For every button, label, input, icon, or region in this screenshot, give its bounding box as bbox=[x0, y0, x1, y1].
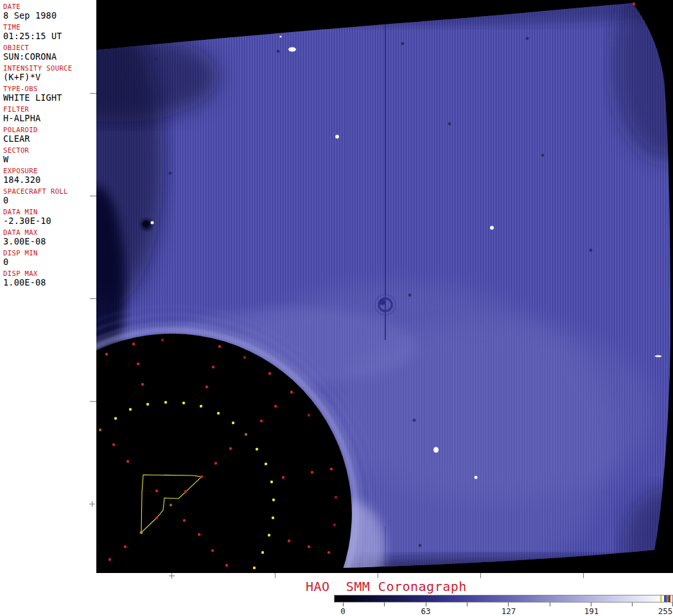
red-fiducial-dot bbox=[328, 551, 330, 554]
metadata-value: H-ALPHA bbox=[3, 114, 96, 123]
red-fiducial-dot bbox=[214, 462, 217, 465]
dark-speck bbox=[590, 249, 593, 252]
metadata-value: 0 bbox=[3, 257, 96, 267]
white-dot bbox=[335, 135, 339, 139]
red-fiducial-dot bbox=[330, 468, 333, 470]
metadata-item: DISP MIN0 bbox=[3, 249, 96, 267]
yellow-fiducial-dot bbox=[256, 448, 258, 450]
red-fiducial-dot bbox=[109, 558, 111, 561]
red-fiducial-dot bbox=[211, 549, 214, 552]
dark-speck bbox=[413, 419, 416, 422]
metadata-value: (K+F)*V bbox=[3, 73, 96, 82]
colorbar-label: 255 bbox=[658, 606, 673, 616]
metadata-value: 8 Sep 1980 bbox=[3, 11, 96, 21]
yellow-fiducial-dot bbox=[272, 517, 274, 519]
left-axis-tick bbox=[90, 401, 96, 402]
left-axis-plus bbox=[92, 501, 92, 507]
metadata-item: DISP MAX1.00E-08 bbox=[3, 270, 96, 287]
bottom-axis-tick bbox=[583, 573, 584, 578]
metadata-label: DISP MIN bbox=[3, 249, 96, 257]
white-dot bbox=[280, 36, 282, 38]
metadata-list: DATE8 Sep 1980TIME01:25:15 UTOBJECTSUN:C… bbox=[0, 0, 96, 287]
yellow-fiducial-dot bbox=[129, 408, 132, 411]
coronagraph-image bbox=[96, 0, 673, 573]
app-root: DATE8 Sep 1980TIME01:25:15 UTOBJECTSUN:C… bbox=[0, 0, 673, 616]
yellow-fiducial-dot bbox=[232, 422, 234, 424]
yellow-fiducial-dot bbox=[146, 403, 149, 406]
metadata-label: SECTOR bbox=[3, 146, 96, 155]
yellow-fiducial-dot bbox=[268, 534, 270, 536]
colorbar: 063127191255 bbox=[334, 595, 673, 616]
white-dot bbox=[433, 447, 439, 453]
red-fiducial-dot bbox=[212, 366, 214, 368]
yellow-fiducial-dot bbox=[114, 417, 117, 420]
red-fiducial-dot bbox=[184, 490, 187, 493]
red-fiducial-dot bbox=[155, 490, 158, 492]
metadata-value: 1.00E-08 bbox=[3, 278, 96, 287]
metadata-item: DATE8 Sep 1980 bbox=[3, 3, 96, 21]
yellow-fiducial-dot bbox=[182, 402, 185, 404]
metadata-item: SPACECRAFT ROLL0 bbox=[3, 187, 96, 205]
metadata-label: SPACECRAFT ROLL bbox=[3, 187, 96, 196]
red-fiducial-dot bbox=[127, 460, 129, 463]
metadata-value: 184.320 bbox=[3, 175, 96, 185]
colorbar-label: 63 bbox=[421, 606, 430, 616]
dark-speck bbox=[419, 544, 422, 547]
metadata-item: INTENSITY SOURCE(K+F)*V bbox=[3, 64, 96, 82]
yellow-fiducial-dot bbox=[270, 481, 273, 483]
dark-speck bbox=[526, 37, 529, 40]
metadata-item: TYPE-OBSWHITE LIGHT bbox=[3, 85, 96, 103]
red-fiducial-dot bbox=[112, 443, 115, 446]
metadata-value: -2.30E-10 bbox=[3, 216, 96, 226]
metadata-item: TIME01:25:15 UT bbox=[3, 23, 96, 41]
metadata-value: WHITE LIGHT bbox=[3, 93, 96, 103]
metadata-item: DATA MIN-2.30E-10 bbox=[3, 208, 96, 226]
red-fiducial-dot bbox=[282, 476, 284, 479]
colorbar-label: 127 bbox=[502, 606, 516, 616]
metadata-item: SECTORW bbox=[3, 146, 96, 164]
yellow-fiducial-dot bbox=[200, 405, 202, 407]
red-fiducial-dot bbox=[141, 383, 144, 386]
red-fiducial-dot bbox=[105, 353, 108, 355]
white-dot bbox=[490, 226, 494, 230]
metadata-item: DATA MAX3.00E-08 bbox=[3, 228, 96, 246]
red-fiducial-dot bbox=[124, 545, 127, 548]
yellow-fiducial-dot bbox=[272, 499, 275, 501]
dark-speck bbox=[448, 123, 451, 126]
dark-speck bbox=[408, 294, 412, 297]
red-fiducial-dot bbox=[308, 545, 310, 548]
bottom-axis-tick bbox=[275, 573, 275, 578]
colorbar-tick bbox=[467, 603, 468, 606]
red-fiducial-dot bbox=[183, 519, 186, 522]
red-fiducial-dot bbox=[268, 372, 271, 375]
colorbar-gradient bbox=[334, 595, 673, 603]
white-dot bbox=[475, 476, 478, 479]
white-dot bbox=[655, 355, 661, 357]
orange-fiducial-dot bbox=[140, 531, 143, 534]
red-fiducial-dot bbox=[155, 517, 158, 519]
yellow-fiducial-dot bbox=[217, 412, 220, 415]
red-fiducial-dot bbox=[218, 345, 221, 348]
red-fiducial-dot bbox=[200, 475, 203, 478]
dark-speck bbox=[401, 42, 405, 46]
white-dot bbox=[151, 221, 154, 225]
left-axis-tick bbox=[90, 93, 96, 94]
dark-speck bbox=[541, 154, 545, 157]
red-fiducial-dot bbox=[205, 386, 208, 388]
red-fiducial-dot bbox=[311, 471, 313, 474]
red-fiducial-dot bbox=[274, 405, 277, 407]
colorbar-label: 191 bbox=[584, 606, 599, 616]
yellow-fiducial-dot bbox=[164, 401, 167, 404]
metadata-value: SUN:CORONA bbox=[3, 52, 96, 62]
metadata-item: FILTERH-ALPHA bbox=[3, 105, 96, 123]
red-fiducial-dot bbox=[137, 363, 139, 365]
figure-title: HAO SMM Coronagraph bbox=[306, 579, 467, 594]
red-fiducial-dot bbox=[633, 3, 635, 5]
metadata-value: 0 bbox=[3, 196, 96, 205]
ring-artifact-blob bbox=[380, 300, 385, 305]
red-fiducial-dot bbox=[198, 533, 200, 536]
red-fiducial-dot bbox=[225, 564, 228, 567]
metadata-item: EXPOSURE184.320 bbox=[3, 167, 96, 185]
dark-speck bbox=[277, 50, 280, 53]
colorbar-label: 0 bbox=[340, 606, 345, 616]
